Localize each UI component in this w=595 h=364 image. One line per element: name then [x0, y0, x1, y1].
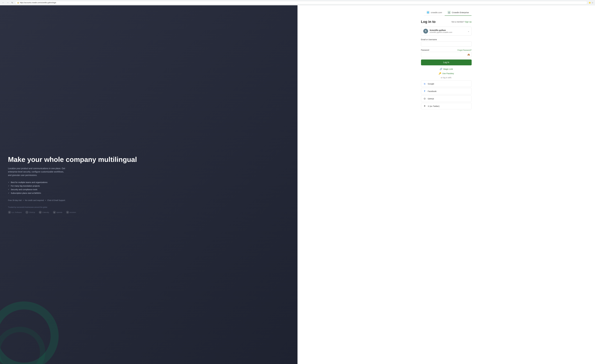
clickup-icon: ↑ — [25, 211, 28, 214]
calendly-label: Calendly — [42, 211, 49, 213]
envision-icon: ✦ — [66, 211, 69, 214]
logo-aptoide: ▲ Aptoide — [53, 211, 62, 214]
crowdin-logo-icon: 🌐 — [426, 11, 430, 14]
envision-label: envision — [70, 211, 76, 213]
or-divider: or log in with: — [421, 76, 472, 79]
lll-icon: ✦ — [8, 211, 11, 214]
passkey-option[interactable]: 🔑 Use Passkey — [421, 72, 472, 75]
google-label: Google — [428, 83, 434, 85]
password-label: Password — [421, 49, 429, 51]
dot-1: • — [23, 199, 24, 201]
calendly-icon: ◎ — [39, 211, 42, 214]
password-field-group: Password Forgot Password? 🙈 — [421, 49, 472, 57]
github-icon: ⊙ — [423, 97, 426, 100]
magic-link-option[interactable]: 🔗 Magic Link — [421, 68, 472, 70]
check-icon-2: ✓ — [8, 185, 9, 187]
password-input[interactable] — [421, 52, 472, 57]
password-wrapper: 🙈 — [421, 52, 472, 57]
forward-button[interactable]: → — [6, 1, 9, 4]
lll-label: LLL Software — [12, 211, 22, 213]
facebook-icon: f — [423, 90, 426, 93]
tab-enterprise-label: Crowdin Enterprise — [452, 11, 469, 14]
github-label: GitHub — [428, 97, 434, 100]
twitter-label: X (ex Twitter) — [428, 105, 439, 107]
refresh-button[interactable]: ↻ — [11, 1, 14, 4]
eye-slash-icon: 🙈 — [467, 53, 470, 56]
trial-text: Free 30-day trial — [8, 199, 21, 201]
password-label-row: Password Forgot Password? — [421, 49, 472, 51]
check-icon-1: ✓ — [8, 181, 9, 183]
org-info: Scientific-python scientific-python.crow… — [430, 29, 466, 33]
email-field-group: Email or Username — [421, 38, 472, 47]
address-bar[interactable]: 🔒 https://accounts.crowdin.com/scientifi… — [15, 1, 587, 4]
login-title: Log in to — [421, 20, 436, 24]
password-toggle-button[interactable]: 🙈 — [467, 53, 470, 56]
aptoide-label: Aptoide — [57, 211, 62, 213]
lock-icon: 🔒 — [17, 2, 19, 3]
logo-calendly: ◎ Calendly — [39, 211, 49, 214]
tab-enterprise[interactable]: 🏢 Crowdin Enterprise — [445, 9, 472, 16]
magic-link-icon: 🔗 — [440, 68, 442, 70]
tab-crowdin[interactable]: 🌐 crowdin.com — [424, 9, 445, 16]
url-text: https://accounts.crowdin.com/scientific-… — [20, 2, 56, 4]
support-text: Chat & Email Support — [47, 199, 65, 201]
github-login-button[interactable]: ⊙ GitHub — [421, 96, 472, 102]
left-panel: Make your whole company multilingual Loc… — [0, 5, 298, 364]
hero-description: Localize your product and communications… — [8, 167, 67, 177]
tab-crowdin-label: crowdin.com — [431, 11, 442, 14]
no-card-text: No credit card required — [25, 199, 44, 201]
logo-envision: ✦ envision — [66, 211, 76, 214]
browser-chrome: ← → ↻ 🔒 https://accounts.crowdin.com/sci… — [0, 0, 595, 5]
facebook-login-button[interactable]: f Facebook — [421, 88, 472, 94]
page-content: Make your whole company multilingual Loc… — [0, 5, 595, 364]
google-login-button[interactable]: G Google — [421, 81, 472, 87]
feature-item: ✓ For many big translation projects — [8, 185, 290, 187]
enterprise-logo-icon: 🏢 — [447, 11, 451, 14]
logo-row: ✦ LLL Software ↑ ClickUp ◎ Calendly ▲ Ap… — [8, 211, 290, 214]
feature-item: ✓ Subscription plans start at $450/m — [8, 192, 290, 194]
org-selector[interactable]: S Scientific-python scientific-python.cr… — [421, 27, 472, 35]
check-icon-3: ✓ — [8, 188, 9, 191]
chevron-down-icon: ⌄ — [468, 30, 469, 32]
trial-info: Free 30-day trial • No credit card requi… — [8, 199, 290, 201]
tab-row: 🌐 crowdin.com 🏢 Crowdin Enterprise — [424, 9, 469, 16]
feature-text-3: Security and compliance tools — [11, 188, 37, 191]
trusted-text: Trusted by successful businesses around … — [8, 206, 290, 208]
feature-list: ✓ Best for multiple teams and organizati… — [8, 181, 290, 196]
extensions-button[interactable]: ⭐ — [589, 2, 591, 4]
org-avatar: S — [423, 29, 428, 34]
org-name: Scientific-python — [430, 29, 466, 31]
login-form: Log in to Not a member? Sign Up S Scient… — [421, 20, 472, 110]
feature-item: ✓ Security and compliance tools — [8, 188, 290, 191]
sign-up-link[interactable]: Sign Up — [465, 21, 472, 23]
hero-title: Make your whole company multilingual — [8, 156, 290, 164]
forgot-password-link[interactable]: Forgot Password? — [458, 49, 472, 51]
twitter-login-button[interactable]: ✕ X (ex Twitter) — [421, 103, 472, 109]
not-member-text: Not a member? Sign Up — [452, 21, 472, 23]
check-icon-4: ✓ — [8, 192, 9, 194]
magic-link-label: Magic Link — [443, 68, 453, 70]
aptoide-icon: ▲ — [53, 211, 56, 214]
login-button[interactable]: Log In — [421, 60, 472, 65]
logo-clickup: ↑ ClickUp — [25, 211, 35, 214]
email-label: Email or Username — [421, 38, 472, 41]
passkey-label: Use Passkey — [442, 72, 454, 75]
feature-text-4: Subscription plans start at $450/m — [11, 192, 41, 194]
facebook-label: Facebook — [428, 90, 437, 92]
google-icon: G — [423, 82, 426, 85]
clickup-label: ClickUp — [29, 211, 35, 213]
feature-text-2: For many big translation projects — [11, 185, 40, 187]
org-url: scientific-python.crowdin.com — [430, 31, 466, 33]
passkey-icon: 🔑 — [439, 72, 441, 75]
feature-item: ✓ Best for multiple teams and organizati… — [8, 181, 290, 183]
bookmark-button[interactable]: ☆ — [592, 2, 593, 4]
feature-text-1: Best for multiple teams and organization… — [11, 181, 47, 183]
email-input[interactable] — [421, 41, 472, 47]
back-button[interactable]: ← — [2, 1, 5, 4]
login-header: Log in to Not a member? Sign Up — [421, 20, 472, 24]
browser-actions: ⭐ ☆ — [589, 2, 593, 4]
right-panel: 🌐 crowdin.com 🏢 Crowdin Enterprise Log i… — [298, 5, 595, 364]
logo-lll: ✦ LLL Software — [8, 211, 22, 214]
x-twitter-icon: ✕ — [423, 105, 426, 108]
dot-2: • — [45, 199, 46, 201]
